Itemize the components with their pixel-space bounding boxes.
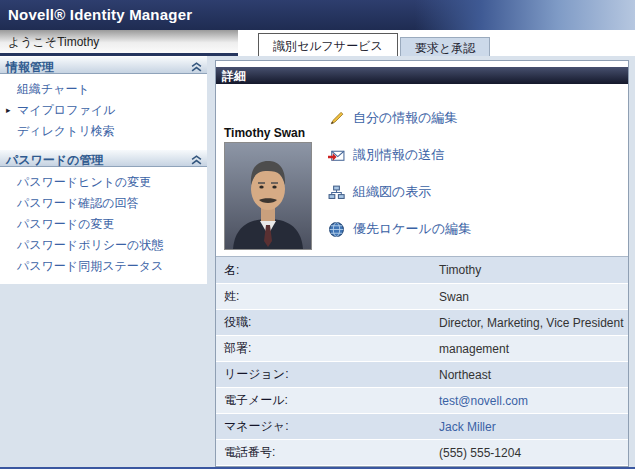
field-label: リージョン:: [216, 366, 439, 383]
field-label: 姓:: [216, 288, 439, 305]
field-value: (555) 555-1204: [439, 446, 521, 460]
sidebar-section-items: パスワードヒントの変更 パスワード確認の回答 パスワードの変更 パスワードポリシ…: [0, 167, 207, 284]
action-label: 優先ロケールの編集: [353, 220, 471, 238]
sidebar-item-label: パスワード確認の回答: [17, 196, 138, 210]
page: Novell® Identity Manager ようこそTimothy 識別セ…: [0, 0, 635, 469]
action-links: 自分の情報の編集 識別情報の送信 組織図の表示: [328, 108, 471, 256]
sidebar-item-change-password[interactable]: パスワードの変更: [0, 214, 207, 235]
sidebar-item-my-profile[interactable]: ▸ マイプロファイル: [0, 100, 207, 121]
action-display-org-chart[interactable]: 組織図の表示: [328, 182, 471, 202]
sidebar-item-label: パスワードの変更: [17, 217, 114, 231]
app-title: Novell® Identity Manager: [8, 6, 192, 23]
sidebar-item-password-policy-status[interactable]: パスワードポリシーの状態: [0, 235, 207, 256]
double-chevron-up-icon[interactable]: [191, 61, 202, 71]
sidebar-section-items: 組織チャート ▸ マイプロファイル ディレクトリ検索: [0, 74, 207, 149]
sidebar-item-challenge-response[interactable]: パスワード確認の回答: [0, 193, 207, 214]
sidebar-item-label: 組織チャート: [17, 82, 90, 96]
field-value: Timothy: [439, 263, 481, 277]
field-label: 電子メール:: [216, 392, 439, 409]
sidebar-section-title: 情報管理: [6, 60, 54, 74]
field-value: Northeast: [439, 368, 491, 382]
manager-link[interactable]: Jack Miller: [439, 420, 496, 434]
sidebar-section-title: パスワードの管理: [6, 153, 103, 167]
field-label: マネージャ:: [216, 418, 439, 435]
action-edit-your-information[interactable]: 自分の情報の編集: [328, 108, 471, 128]
field-label: 電話番号:: [216, 444, 439, 461]
sidebar-item-label: ディレクトリ検索: [17, 124, 115, 138]
sidebar-item-label: パスワードヒントの変更: [17, 175, 151, 189]
sidebar-item-label: パスワード同期ステータス: [17, 259, 163, 273]
field-label: 部署:: [216, 340, 439, 357]
action-send-identity-info[interactable]: 識別情報の送信: [328, 145, 471, 165]
sidebar-item-password-hint[interactable]: パスワードヒントの変更: [0, 172, 207, 193]
table-row: 名: Timothy: [216, 257, 628, 283]
sub-header: ようこそTimothy 識別セルフサービス 要求と承認: [0, 30, 635, 56]
sidebar-section-password-management[interactable]: パスワードの管理: [0, 149, 207, 167]
sidebar-item-password-sync-status[interactable]: パスワード同期ステータス: [0, 256, 207, 277]
action-label: 自分の情報の編集: [353, 109, 458, 127]
field-label: 名:: [216, 262, 439, 279]
welcome-text: ようこそTimothy: [0, 30, 238, 56]
table-row: 姓: Swan: [216, 283, 628, 309]
table-row: 役職: Director, Marketing, Vice President: [216, 309, 628, 335]
profile-name: Timothy Swan: [224, 126, 305, 140]
detail-table: 名: Timothy 姓: Swan 役職: Director, Marketi…: [216, 256, 628, 465]
table-row: 電子メール: test@novell.com: [216, 387, 628, 413]
table-row: リージョン: Northeast: [216, 361, 628, 387]
field-label: 役職:: [216, 314, 439, 331]
field-value: management: [439, 342, 509, 356]
action-edit-preferred-locale[interactable]: 優先ロケールの編集: [328, 219, 471, 239]
profile-section: Timothy Swan: [216, 84, 628, 256]
pencil-icon: [328, 110, 345, 127]
sidebar-item-directory-search[interactable]: ディレクトリ検索: [0, 121, 207, 142]
org-chart-icon: [328, 184, 345, 201]
sidebar-item-label: マイプロファイル: [17, 103, 115, 117]
table-row: マネージャ: Jack Miller: [216, 413, 628, 439]
double-chevron-up-icon[interactable]: [191, 154, 202, 164]
table-row: 部署: management: [216, 335, 628, 361]
panel-title: 詳細: [216, 67, 628, 84]
action-label: 組織図の表示: [353, 183, 431, 201]
tab-requests-approvals[interactable]: 要求と承認: [400, 37, 490, 56]
sidebar-item-label: パスワードポリシーの状態: [17, 238, 163, 252]
field-value: Swan: [439, 290, 469, 304]
header-photo: [415, 0, 635, 30]
globe-icon: [328, 221, 345, 238]
email-link[interactable]: test@novell.com: [439, 394, 528, 408]
sidebar-item-org-chart[interactable]: 組織チャート: [0, 79, 207, 100]
detail-panel: 詳細 Timothy Swan: [215, 60, 629, 467]
sidebar-section-information-management[interactable]: 情報管理: [0, 56, 207, 74]
field-value: Director, Marketing, Vice President: [439, 316, 624, 330]
sidebar: 情報管理 組織チャート ▸ マイプロファイル ディレクトリ検索 パスワードの管理: [0, 56, 207, 284]
send-mail-icon: [328, 147, 345, 164]
tab-identity-self-service[interactable]: 識別セルフサービス: [258, 33, 398, 56]
table-row: 電話番号: (555) 555-1204: [216, 439, 628, 465]
profile-photo: [224, 142, 312, 250]
app-header: Novell® Identity Manager: [0, 0, 635, 30]
current-item-marker: ▸: [6, 100, 11, 121]
action-label: 識別情報の送信: [353, 146, 444, 164]
